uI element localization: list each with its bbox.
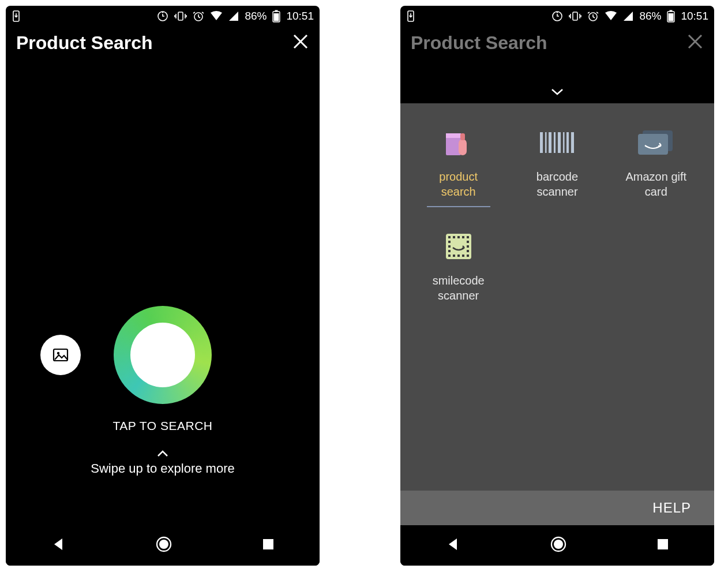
camera-viewport: TAP TO SEARCH Swipe up to explore more: [6, 57, 320, 525]
swipe-label: Swipe up to explore more: [6, 461, 320, 476]
svg-rect-38: [457, 236, 460, 238]
mode-gift-card[interactable]: Amazon gift card: [610, 124, 703, 207]
nav-recent-icon: [656, 538, 669, 551]
svg-rect-27: [549, 132, 551, 153]
battery-percent: 86%: [245, 10, 267, 23]
svg-rect-20: [670, 10, 673, 12]
shutter-inner: [130, 323, 195, 387]
svg-rect-51: [467, 250, 469, 252]
shutter-button[interactable]: [114, 306, 212, 404]
svg-rect-48: [448, 250, 451, 252]
svg-rect-37: [453, 236, 455, 238]
chevron-up-icon: [6, 447, 320, 460]
active-underline: [427, 206, 490, 207]
close-button[interactable]: [292, 33, 309, 54]
svg-rect-42: [453, 255, 455, 257]
help-label: HELP: [652, 500, 691, 516]
android-navbar: [6, 525, 320, 566]
svg-rect-28: [554, 132, 556, 153]
svg-point-53: [554, 540, 563, 549]
nav-home-button[interactable]: [155, 536, 172, 555]
status-right-cluster: 86% 10:51: [157, 10, 314, 23]
title-row: Product Search: [6, 27, 320, 57]
swipe-up-area[interactable]: Swipe up to explore more: [6, 447, 320, 476]
svg-point-10: [57, 352, 59, 354]
svg-rect-16: [573, 12, 577, 20]
nav-recent-button[interactable]: [656, 538, 669, 553]
nav-recent-button[interactable]: [262, 538, 275, 553]
wifi-icon: [210, 11, 223, 21]
svg-rect-39: [462, 236, 464, 238]
close-icon: [292, 33, 309, 50]
title-row: Product Search: [400, 27, 714, 57]
mode-label: barcode scanner: [520, 169, 595, 199]
svg-rect-29: [558, 132, 561, 153]
vibrate-icon: [174, 10, 187, 22]
update-icon: [551, 10, 563, 22]
svg-rect-44: [462, 255, 464, 257]
close-icon: [686, 33, 704, 50]
scan-mode-panel: product search ba: [400, 103, 714, 525]
gallery-button[interactable]: [40, 335, 81, 375]
nav-home-button[interactable]: [550, 536, 567, 555]
battery-percent: 86%: [639, 10, 661, 23]
nav-home-icon: [550, 536, 567, 553]
svg-rect-43: [457, 255, 460, 257]
status-right-cluster: 86% 10:51: [551, 10, 708, 23]
page-title: Product Search: [411, 32, 547, 54]
mode-barcode-scanner[interactable]: barcode scanner: [511, 124, 603, 207]
gift-card-icon: [636, 128, 676, 157]
mode-label: smilecode scanner: [421, 273, 496, 303]
alarm-icon: [193, 10, 204, 22]
nav-back-icon: [445, 537, 460, 552]
nav-back-icon: [51, 537, 66, 552]
close-button[interactable]: [686, 33, 704, 54]
mode-smilecode-scanner[interactable]: smilecode scanner: [412, 228, 505, 303]
nav-back-button[interactable]: [51, 537, 66, 554]
svg-rect-2: [178, 12, 183, 20]
download-icon: [12, 10, 21, 22]
update-icon: [157, 10, 168, 22]
mode-product-search[interactable]: product search: [412, 124, 505, 207]
svg-rect-13: [263, 539, 273, 549]
tap-to-search-label: TAP TO SEARCH: [6, 419, 320, 433]
help-bar[interactable]: HELP: [400, 491, 714, 525]
svg-rect-5: [274, 13, 279, 21]
wifi-icon: [605, 11, 617, 21]
smilecode-icon: [442, 230, 475, 263]
svg-rect-49: [467, 241, 469, 243]
mode-label: Amazon gift card: [618, 169, 693, 199]
signal-icon: [623, 11, 633, 21]
battery-icon: [272, 10, 280, 23]
clock-time: 10:51: [286, 10, 314, 23]
status-bar: 86% 10:51: [400, 6, 714, 27]
svg-point-12: [159, 540, 168, 549]
svg-rect-30: [563, 132, 565, 153]
svg-rect-31: [566, 132, 569, 153]
panel-collapse-handle[interactable]: [400, 57, 714, 103]
svg-rect-19: [669, 13, 674, 21]
product-search-icon: [442, 126, 475, 159]
alarm-icon: [587, 10, 599, 22]
svg-rect-36: [448, 236, 451, 238]
svg-rect-24: [460, 133, 465, 140]
status-bar: 86% 10:51: [6, 6, 320, 27]
svg-rect-40: [467, 236, 469, 238]
svg-rect-45: [467, 255, 469, 257]
phone-right: 86% 10:51 Product Search: [400, 6, 714, 566]
download-icon: [406, 10, 415, 22]
nav-home-icon: [155, 536, 172, 553]
gallery-icon: [51, 346, 70, 364]
svg-rect-22: [446, 133, 461, 138]
vibrate-icon: [569, 10, 581, 22]
nav-back-button[interactable]: [445, 537, 460, 554]
svg-rect-6: [275, 10, 278, 12]
svg-rect-25: [540, 132, 543, 153]
phone-left: 86% 10:51 Product Search TAP TO SEARCH: [6, 6, 320, 566]
svg-rect-46: [448, 241, 451, 243]
barcode-icon: [539, 130, 576, 155]
svg-rect-54: [658, 539, 668, 549]
svg-rect-50: [467, 245, 469, 248]
clock-time: 10:51: [681, 10, 708, 23]
svg-rect-23: [459, 139, 467, 155]
